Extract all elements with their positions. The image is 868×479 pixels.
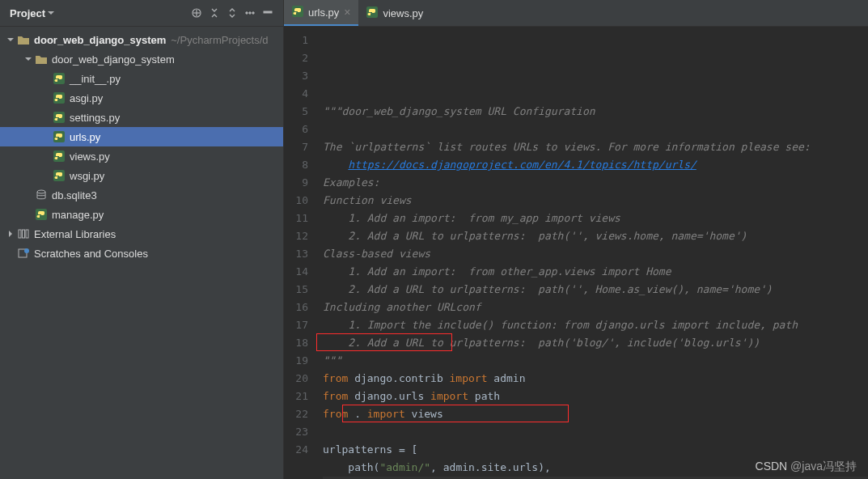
collapse-all-icon[interactable] [223,4,241,22]
tree-item-views-py[interactable]: views.py [0,146,283,166]
tree-path: ~/PycharmProjects/d [171,34,268,46]
python-file-icon [34,209,49,220]
tree-item-db-sqlite3[interactable]: db.sqlite3 [0,185,283,205]
editor-tab-urls-py[interactable]: urls.py× [284,0,358,26]
code-line[interactable]: """ [323,352,868,370]
tree-label: views.py [70,150,110,163]
svg-rect-6 [264,11,272,13]
tree-item-door_web_django_system[interactable]: door_web_django_system [0,49,283,69]
tree-item-manage-py[interactable]: manage.py [0,205,283,224]
svg-point-13 [37,190,45,193]
tree-item-urls-py[interactable]: urls.py [0,127,283,146]
line-gutter: 123456789101112131415161718192021222324 [284,27,316,479]
code-line[interactable]: Examples: [323,174,868,192]
code-line[interactable]: urlpatterns = [ [323,441,868,459]
code-line[interactable]: 1. Add an import: from other_app.views i… [323,263,868,281]
svg-point-19 [24,248,29,253]
folder-icon [16,35,31,45]
svg-point-5 [252,12,254,14]
tree-item-wsgi-py[interactable]: wsgi.py [0,166,283,185]
chevron-icon[interactable] [23,55,34,63]
tab-label: urls.py [308,6,339,19]
tree-label: db.sqlite3 [52,189,97,201]
sidebar-header: Project [0,0,283,27]
tree-item-asgi-py[interactable]: asgi.py [0,88,283,108]
tree-label: asgi.py [70,92,103,104]
python-file-icon [52,170,66,181]
editor-area: urls.py×views.py 12345678910111213141516… [284,0,868,479]
tree-label: __init__.py [70,73,121,85]
code-line[interactable]: 1. Add an import: from my_app import vie… [323,210,868,227]
library-icon [16,229,31,239]
hide-panel-icon[interactable] [259,4,277,22]
code-line[interactable] [323,423,868,441]
svg-rect-15 [19,230,21,238]
code-line[interactable]: 2. Add a URL to urlpatterns: path('', Ho… [323,281,868,299]
tree-label: wsgi.py [70,170,104,182]
expand-all-icon[interactable] [205,4,223,22]
python-file-icon [292,6,303,19]
sidebar-title[interactable]: Project [6,7,45,19]
settings-icon[interactable] [241,4,259,22]
chevron-down-icon[interactable] [47,9,55,17]
editor-tabs: urls.py×views.py [284,0,868,27]
code-content[interactable]: """door_web_django_system URL Configurat… [316,27,868,479]
python-file-icon [52,150,66,162]
code-line[interactable]: Function views [323,192,868,210]
code-line[interactable]: Including another URLconf [323,299,868,316]
tree-root[interactable]: door_web_django_system ~/PycharmProjects… [0,30,283,49]
svg-point-3 [246,12,248,14]
code-line[interactable]: from . import views [323,405,868,423]
scratches-consoles[interactable]: Scratches and Consoles [0,244,283,263]
python-file-icon [52,112,66,123]
close-icon[interactable]: × [344,6,350,19]
code-line[interactable]: https://docs.djangoproject.com/en/4.1/to… [323,156,868,174]
tab-label: views.py [383,7,423,19]
svg-rect-17 [26,230,28,238]
tree-label: Scratches and Consoles [34,248,148,260]
project-tree[interactable]: door_web_django_system ~/PycharmProjects… [0,27,283,479]
tree-item-__init__-py[interactable]: __init__.py [0,69,283,88]
python-file-icon [366,6,378,20]
select-opened-file-icon[interactable] [188,4,205,22]
tree-label: urls.py [70,131,100,143]
project-sidebar: Project door_web_django_system ~/Pycharm… [0,0,284,479]
python-file-icon [52,131,66,142]
editor-tab-views-py[interactable]: views.py [358,0,431,26]
tree-item-settings-py[interactable]: settings.py [0,108,283,127]
code-line[interactable]: The `urlpatterns` list routes URLs to vi… [323,138,868,156]
tree-label: External Libraries [34,228,116,240]
chevron-right-icon[interactable] [5,230,16,238]
tree-label: manage.py [52,209,104,221]
folder-icon [34,54,49,64]
code-line[interactable]: 1. Import the include() function: from d… [323,316,868,334]
tree-label: settings.py [70,112,120,124]
python-file-icon [52,73,66,84]
code-line[interactable]: 2. Add a URL to urlpatterns: path('', vi… [323,227,868,245]
code-line[interactable] [323,121,868,138]
python-file-icon [52,92,66,104]
chevron-down-icon[interactable] [5,36,16,44]
tree-label: door_web_django_system [52,53,175,66]
code-line[interactable]: from django.urls import path [323,388,868,405]
external-libraries[interactable]: External Libraries [0,224,283,244]
svg-point-4 [249,12,251,14]
code-line[interactable]: from django.contrib import admin [323,370,868,388]
code-area[interactable]: 123456789101112131415161718192021222324 … [284,27,868,479]
code-line[interactable]: """door_web_django_system URL Configurat… [323,103,868,121]
code-line[interactable]: 2. Add a URL to urlpatterns: path('blog/… [323,334,868,352]
code-line[interactable]: Class-based views [323,245,868,263]
tree-label: door_web_django_system [34,34,166,46]
scratches-icon [16,248,31,258]
svg-rect-16 [23,230,25,238]
database-icon [34,189,49,201]
watermark: CSDN @java冯坚持 [756,460,857,474]
